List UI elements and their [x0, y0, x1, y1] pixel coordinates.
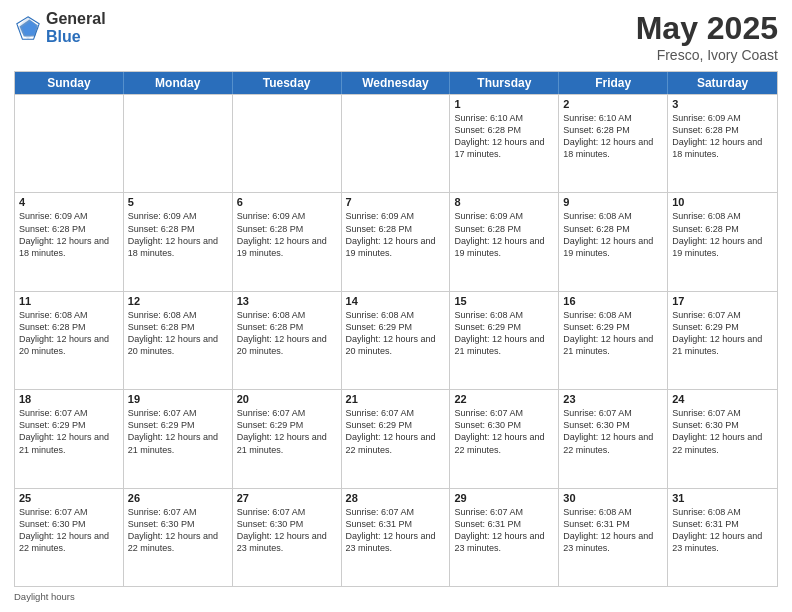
- cal-cell: 14Sunrise: 6:08 AM Sunset: 6:29 PM Dayli…: [342, 292, 451, 389]
- cal-cell: 6Sunrise: 6:09 AM Sunset: 6:28 PM Daylig…: [233, 193, 342, 290]
- day-number: 29: [454, 492, 554, 504]
- calendar-header: SundayMondayTuesdayWednesdayThursdayFrid…: [15, 72, 777, 94]
- day-number: 6: [237, 196, 337, 208]
- cal-cell: 26Sunrise: 6:07 AM Sunset: 6:30 PM Dayli…: [124, 489, 233, 586]
- cal-header-thursday: Thursday: [450, 72, 559, 94]
- day-number: 19: [128, 393, 228, 405]
- cal-cell: 8Sunrise: 6:09 AM Sunset: 6:28 PM Daylig…: [450, 193, 559, 290]
- cal-header-tuesday: Tuesday: [233, 72, 342, 94]
- logo: General Blue: [14, 10, 106, 45]
- day-info: Sunrise: 6:09 AM Sunset: 6:28 PM Dayligh…: [237, 210, 337, 259]
- day-info: Sunrise: 6:09 AM Sunset: 6:28 PM Dayligh…: [19, 210, 119, 259]
- cal-cell: 12Sunrise: 6:08 AM Sunset: 6:28 PM Dayli…: [124, 292, 233, 389]
- cal-cell: 20Sunrise: 6:07 AM Sunset: 6:29 PM Dayli…: [233, 390, 342, 487]
- day-number: 2: [563, 98, 663, 110]
- day-number: 15: [454, 295, 554, 307]
- cal-cell: 1Sunrise: 6:10 AM Sunset: 6:28 PM Daylig…: [450, 95, 559, 192]
- cal-header-monday: Monday: [124, 72, 233, 94]
- day-info: Sunrise: 6:07 AM Sunset: 6:29 PM Dayligh…: [346, 407, 446, 456]
- day-number: 10: [672, 196, 773, 208]
- day-info: Sunrise: 6:09 AM Sunset: 6:28 PM Dayligh…: [128, 210, 228, 259]
- day-number: 26: [128, 492, 228, 504]
- day-info: Sunrise: 6:08 AM Sunset: 6:29 PM Dayligh…: [346, 309, 446, 358]
- day-info: Sunrise: 6:08 AM Sunset: 6:31 PM Dayligh…: [563, 506, 663, 555]
- page: General Blue May 2025 Fresco, Ivory Coas…: [0, 0, 792, 612]
- day-info: Sunrise: 6:08 AM Sunset: 6:28 PM Dayligh…: [563, 210, 663, 259]
- cal-header-wednesday: Wednesday: [342, 72, 451, 94]
- cal-header-saturday: Saturday: [668, 72, 777, 94]
- day-number: 20: [237, 393, 337, 405]
- day-number: 4: [19, 196, 119, 208]
- day-info: Sunrise: 6:08 AM Sunset: 6:29 PM Dayligh…: [454, 309, 554, 358]
- title-month: May 2025: [636, 10, 778, 47]
- day-number: 17: [672, 295, 773, 307]
- cal-cell: 31Sunrise: 6:08 AM Sunset: 6:31 PM Dayli…: [668, 489, 777, 586]
- cal-cell: 11Sunrise: 6:08 AM Sunset: 6:28 PM Dayli…: [15, 292, 124, 389]
- day-number: 5: [128, 196, 228, 208]
- day-number: 21: [346, 393, 446, 405]
- cal-cell: 25Sunrise: 6:07 AM Sunset: 6:30 PM Dayli…: [15, 489, 124, 586]
- day-info: Sunrise: 6:10 AM Sunset: 6:28 PM Dayligh…: [454, 112, 554, 161]
- cal-cell: 4Sunrise: 6:09 AM Sunset: 6:28 PM Daylig…: [15, 193, 124, 290]
- day-number: 25: [19, 492, 119, 504]
- cal-cell: 15Sunrise: 6:08 AM Sunset: 6:29 PM Dayli…: [450, 292, 559, 389]
- day-info: Sunrise: 6:07 AM Sunset: 6:29 PM Dayligh…: [672, 309, 773, 358]
- day-info: Sunrise: 6:07 AM Sunset: 6:30 PM Dayligh…: [672, 407, 773, 456]
- day-info: Sunrise: 6:07 AM Sunset: 6:30 PM Dayligh…: [563, 407, 663, 456]
- day-number: 31: [672, 492, 773, 504]
- day-info: Sunrise: 6:07 AM Sunset: 6:30 PM Dayligh…: [128, 506, 228, 555]
- day-info: Sunrise: 6:08 AM Sunset: 6:31 PM Dayligh…: [672, 506, 773, 555]
- cal-cell: 19Sunrise: 6:07 AM Sunset: 6:29 PM Dayli…: [124, 390, 233, 487]
- day-number: 18: [19, 393, 119, 405]
- day-number: 12: [128, 295, 228, 307]
- cal-cell: 23Sunrise: 6:07 AM Sunset: 6:30 PM Dayli…: [559, 390, 668, 487]
- day-number: 16: [563, 295, 663, 307]
- day-info: Sunrise: 6:07 AM Sunset: 6:31 PM Dayligh…: [454, 506, 554, 555]
- day-number: 8: [454, 196, 554, 208]
- cal-cell: 16Sunrise: 6:08 AM Sunset: 6:29 PM Dayli…: [559, 292, 668, 389]
- cal-cell: 22Sunrise: 6:07 AM Sunset: 6:30 PM Dayli…: [450, 390, 559, 487]
- cal-week-3: 11Sunrise: 6:08 AM Sunset: 6:28 PM Dayli…: [15, 291, 777, 389]
- cal-cell: 9Sunrise: 6:08 AM Sunset: 6:28 PM Daylig…: [559, 193, 668, 290]
- day-info: Sunrise: 6:07 AM Sunset: 6:30 PM Dayligh…: [19, 506, 119, 555]
- cal-header-friday: Friday: [559, 72, 668, 94]
- cal-cell: 30Sunrise: 6:08 AM Sunset: 6:31 PM Dayli…: [559, 489, 668, 586]
- header: General Blue May 2025 Fresco, Ivory Coas…: [14, 10, 778, 63]
- day-number: 23: [563, 393, 663, 405]
- day-number: 9: [563, 196, 663, 208]
- day-number: 28: [346, 492, 446, 504]
- day-info: Sunrise: 6:08 AM Sunset: 6:28 PM Dayligh…: [672, 210, 773, 259]
- day-number: 14: [346, 295, 446, 307]
- logo-icon: [14, 14, 42, 42]
- cal-cell: 5Sunrise: 6:09 AM Sunset: 6:28 PM Daylig…: [124, 193, 233, 290]
- day-info: Sunrise: 6:09 AM Sunset: 6:28 PM Dayligh…: [672, 112, 773, 161]
- cal-cell: [15, 95, 124, 192]
- day-number: 13: [237, 295, 337, 307]
- cal-week-5: 25Sunrise: 6:07 AM Sunset: 6:30 PM Dayli…: [15, 488, 777, 586]
- day-info: Sunrise: 6:07 AM Sunset: 6:30 PM Dayligh…: [237, 506, 337, 555]
- day-info: Sunrise: 6:08 AM Sunset: 6:28 PM Dayligh…: [19, 309, 119, 358]
- footer-note: Daylight hours: [14, 591, 778, 602]
- cal-week-4: 18Sunrise: 6:07 AM Sunset: 6:29 PM Dayli…: [15, 389, 777, 487]
- day-info: Sunrise: 6:09 AM Sunset: 6:28 PM Dayligh…: [346, 210, 446, 259]
- logo-text: General Blue: [46, 10, 106, 45]
- day-number: 3: [672, 98, 773, 110]
- calendar: SundayMondayTuesdayWednesdayThursdayFrid…: [14, 71, 778, 587]
- day-info: Sunrise: 6:07 AM Sunset: 6:29 PM Dayligh…: [19, 407, 119, 456]
- cal-cell: 2Sunrise: 6:10 AM Sunset: 6:28 PM Daylig…: [559, 95, 668, 192]
- cal-week-2: 4Sunrise: 6:09 AM Sunset: 6:28 PM Daylig…: [15, 192, 777, 290]
- day-number: 24: [672, 393, 773, 405]
- day-info: Sunrise: 6:08 AM Sunset: 6:28 PM Dayligh…: [128, 309, 228, 358]
- title-block: May 2025 Fresco, Ivory Coast: [636, 10, 778, 63]
- cal-cell: [124, 95, 233, 192]
- day-info: Sunrise: 6:07 AM Sunset: 6:31 PM Dayligh…: [346, 506, 446, 555]
- cal-cell: 7Sunrise: 6:09 AM Sunset: 6:28 PM Daylig…: [342, 193, 451, 290]
- day-info: Sunrise: 6:10 AM Sunset: 6:28 PM Dayligh…: [563, 112, 663, 161]
- calendar-body: 1Sunrise: 6:10 AM Sunset: 6:28 PM Daylig…: [15, 94, 777, 586]
- title-location: Fresco, Ivory Coast: [636, 47, 778, 63]
- cal-cell: 13Sunrise: 6:08 AM Sunset: 6:28 PM Dayli…: [233, 292, 342, 389]
- day-number: 1: [454, 98, 554, 110]
- cal-cell: 24Sunrise: 6:07 AM Sunset: 6:30 PM Dayli…: [668, 390, 777, 487]
- cal-week-1: 1Sunrise: 6:10 AM Sunset: 6:28 PM Daylig…: [15, 94, 777, 192]
- day-info: Sunrise: 6:07 AM Sunset: 6:29 PM Dayligh…: [237, 407, 337, 456]
